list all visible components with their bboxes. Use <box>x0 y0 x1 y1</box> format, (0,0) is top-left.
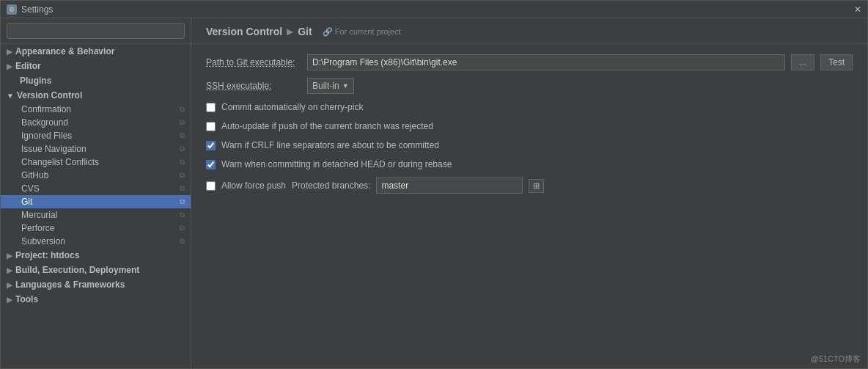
checkbox5-label[interactable]: Allow force push <box>221 180 286 191</box>
search-input[interactable] <box>7 23 185 39</box>
copy-icon: ⧉ <box>180 105 185 114</box>
copy-icon: ⧉ <box>180 158 185 167</box>
checkbox4-label[interactable]: Warn when committing in detached HEAD or… <box>221 159 452 169</box>
arrow-icon: ▶ <box>7 266 12 274</box>
copy-icon: ⧉ <box>180 197 185 206</box>
sidebar-item-subversion[interactable]: Subversion ⧉ <box>1 235 191 248</box>
sidebar-item-background[interactable]: Background ⧉ <box>1 116 191 129</box>
nav-tree: ▶ Appearance & Behavior ▶ Editor Plugins… <box>1 44 191 368</box>
settings-window-icon: ⚙ <box>7 4 17 15</box>
settings-window: ⚙ Settings ✕ ▶ Appearance & Behavior ▶ E… <box>0 0 868 369</box>
sidebar-item-git[interactable]: Git ⧉ <box>1 195 191 208</box>
arrow-expanded-icon: ▼ <box>7 92 14 100</box>
commit-cherry-pick-checkbox[interactable] <box>206 103 216 112</box>
main-header: Version Control ▶ Git 🔗 For current proj… <box>191 18 867 44</box>
copy-icon: ⧉ <box>180 118 185 127</box>
sidebar-item-tools[interactable]: ▶ Tools <box>1 292 191 307</box>
window-title: Settings <box>21 4 53 15</box>
checkbox-row-1: Commit automatically on cherry-pick <box>206 101 853 113</box>
title-bar-left: ⚙ Settings <box>7 4 53 15</box>
search-bar <box>1 18 191 44</box>
breadcrumb-arrow: ▶ <box>287 26 293 37</box>
dropdown-arrow-icon: ▼ <box>342 82 349 89</box>
allow-force-push-checkbox[interactable] <box>206 181 216 191</box>
ssh-value: Built-in <box>312 81 339 91</box>
sidebar-item-version-control[interactable]: ▼ Version Control <box>1 88 191 103</box>
sidebar-item-issue-navigation[interactable]: Issue Navigation ⧉ <box>1 142 191 156</box>
test-button[interactable]: Test <box>820 54 853 70</box>
warn-crlf-checkbox[interactable] <box>206 141 216 150</box>
copy-icon: ⧉ <box>180 184 185 193</box>
sidebar-item-github[interactable]: GitHub ⧉ <box>1 169 191 182</box>
warn-detached-head-checkbox[interactable] <box>206 160 216 169</box>
arrow-icon: ▶ <box>7 62 12 70</box>
main-panel: Version Control ▶ Git 🔗 For current proj… <box>191 18 867 368</box>
sidebar-item-languages-frameworks[interactable]: ▶ Languages & Frameworks <box>1 277 191 292</box>
protected-branches-label: Protected branches: <box>292 180 370 191</box>
force-push-row: Allow force push Protected branches: ⊞ <box>206 178 853 194</box>
copy-icon: ⧉ <box>180 211 185 219</box>
copy-icon: ⧉ <box>180 131 185 140</box>
auto-update-checkbox[interactable] <box>206 122 216 131</box>
sidebar-item-ignored-files[interactable]: Ignored Files ⧉ <box>1 129 191 142</box>
ssh-executable-row: SSH executable: Built-in ▼ <box>206 78 853 94</box>
sidebar-item-confirmation[interactable]: Confirmation ⧉ <box>1 103 191 116</box>
sidebar-item-mercurial[interactable]: Mercurial ⧉ <box>1 208 191 222</box>
ssh-label: SSH executable: <box>206 81 301 91</box>
watermark: @51CTO博客 <box>811 354 861 365</box>
checkbox-row-4: Warn when committing in detached HEAD or… <box>206 158 853 170</box>
copy-icon: ⧉ <box>180 145 185 153</box>
checkbox-row-2: Auto-update if push of the current branc… <box>206 120 853 132</box>
checkbox1-label[interactable]: Commit automatically on cherry-pick <box>221 102 363 112</box>
protected-branches-input[interactable] <box>376 178 523 194</box>
close-button[interactable]: ✕ <box>854 4 861 15</box>
arrow-icon: ▶ <box>7 48 12 56</box>
checkbox-row-3: Warn if CRLF line separators are about t… <box>206 139 853 151</box>
sidebar-item-changelist-conflicts[interactable]: Changelist Conflicts ⧉ <box>1 156 191 169</box>
copy-icon: ⧉ <box>180 237 185 246</box>
browse-button[interactable]: ... <box>791 54 814 70</box>
copy-icon: ⧉ <box>180 171 185 180</box>
sidebar-item-perforce[interactable]: Perforce ⧉ <box>1 222 191 235</box>
checkbox2-label[interactable]: Auto-update if push of the current branc… <box>221 121 433 131</box>
protected-branches-icon-btn[interactable]: ⊞ <box>529 179 544 193</box>
main-content: ▶ Appearance & Behavior ▶ Editor Plugins… <box>1 18 867 368</box>
sidebar-item-appearance[interactable]: ▶ Appearance & Behavior <box>1 44 191 59</box>
breadcrumb-current: Git <box>298 26 312 37</box>
checkbox3-label[interactable]: Warn if CRLF line separators are about t… <box>221 140 439 150</box>
git-executable-input[interactable] <box>307 54 785 70</box>
settings-form: Path to Git executable: ... Test SSH exe… <box>191 44 867 204</box>
breadcrumb-parent: Version Control <box>206 26 282 37</box>
sidebar-item-project-htdocs[interactable]: ▶ Project: htdocs <box>1 248 191 263</box>
arrow-icon: ▶ <box>7 296 12 304</box>
sidebar: ▶ Appearance & Behavior ▶ Editor Plugins… <box>1 18 191 368</box>
arrow-icon: ▶ <box>7 252 12 260</box>
sidebar-item-plugins[interactable]: Plugins <box>1 73 191 88</box>
sidebar-item-cvs[interactable]: CVS ⧉ <box>1 182 191 195</box>
arrow-icon: ▶ <box>7 281 12 289</box>
sidebar-item-build-execution[interactable]: ▶ Build, Execution, Deployment <box>1 263 191 277</box>
git-executable-label: Path to Git executable: <box>206 57 301 67</box>
ssh-dropdown[interactable]: Built-in ▼ <box>307 78 354 94</box>
sidebar-item-editor[interactable]: ▶ Editor <box>1 59 191 73</box>
copy-icon: ⧉ <box>180 224 185 233</box>
git-executable-row: Path to Git executable: ... Test <box>206 54 853 70</box>
project-note: 🔗 For current project <box>323 27 401 37</box>
title-bar: ⚙ Settings ✕ <box>1 1 867 18</box>
